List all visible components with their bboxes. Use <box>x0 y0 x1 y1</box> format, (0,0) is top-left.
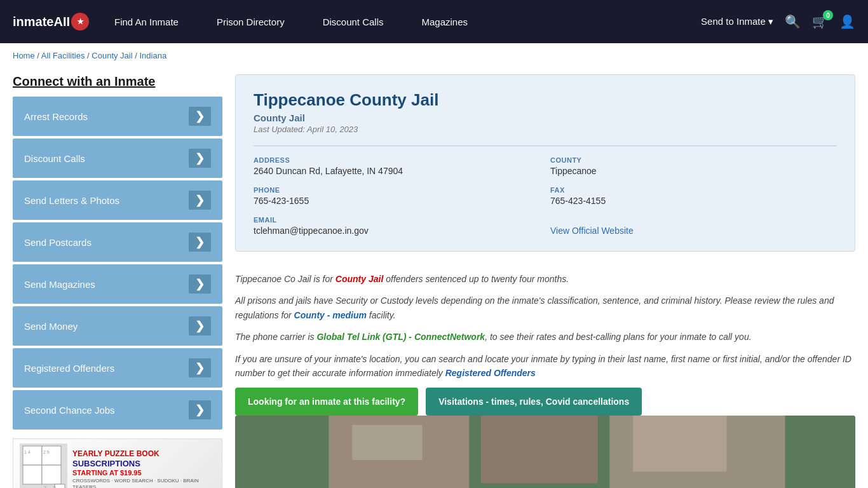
desc-county-jail-link[interactable]: County Jail <box>336 274 383 284</box>
county-label: COUNTY <box>550 156 837 164</box>
sidebar-item-second-chance-jobs[interactable]: Second Chance Jobs ❯ <box>13 390 222 430</box>
svg-text:1 4: 1 4 <box>24 450 31 454</box>
website-link[interactable]: View Official Website <box>550 226 634 236</box>
sidebar-item-discount-calls[interactable]: Discount Calls ❯ <box>13 139 222 178</box>
desc-para-3: The phone carrier is Global Tel Link (GT… <box>235 330 855 344</box>
description-section: Tippecanoe Co Jail is for County Jail of… <box>235 262 855 416</box>
email-value: tclehman@tippecanoe.in.gov <box>254 226 540 236</box>
sidebar-arrow-icon: ❯ <box>189 400 211 419</box>
phone-value: 765-423-1655 <box>254 196 540 206</box>
address-label: ADDRESS <box>254 156 540 164</box>
facility-image-inner <box>235 416 855 488</box>
sidebar-item-label: Send Money <box>24 321 78 332</box>
sidebar-arrow-icon: ❯ <box>189 191 211 210</box>
search-icon[interactable]: 🔍 <box>785 14 801 29</box>
main-container: Connect with an Inmate Arrest Records ❯ … <box>0 68 868 488</box>
website-cell: View Official Website <box>550 216 837 236</box>
ad-price: STARTING AT $19.95 <box>72 468 215 477</box>
desc-para-1: Tippecanoe Co Jail is for County Jail of… <box>235 272 855 286</box>
sidebar-item-label: Send Postcards <box>24 237 92 248</box>
email-label: EMAIL <box>254 216 540 224</box>
phone-label: PHONE <box>254 186 540 194</box>
ad-title: YEARLY PUZZLE BOOK <box>72 449 215 458</box>
sidebar-title: Connect with an Inmate <box>13 74 222 89</box>
sidebar-item-send-magazines[interactable]: Send Magazines ❯ <box>13 264 222 304</box>
desc-para-4: If you are unsure of your inmate's locat… <box>235 352 855 381</box>
svg-rect-0 <box>23 446 42 465</box>
logo-icon: ★ <box>71 13 89 30</box>
sidebar-item-label: Arrest Records <box>24 111 88 122</box>
county-value: Tippecanoe <box>550 166 837 176</box>
nav-magazines[interactable]: Magazines <box>403 0 487 43</box>
fax-cell: FAX 765-423-4155 <box>550 186 837 206</box>
svg-text:5: 5 <box>53 485 56 488</box>
svg-rect-15 <box>352 425 422 460</box>
fax-value: 765-423-4155 <box>550 196 837 206</box>
breadcrumb-state[interactable]: Indiana <box>139 51 166 60</box>
breadcrumb-county-jail[interactable]: County Jail <box>92 51 132 60</box>
svg-rect-11 <box>481 416 598 484</box>
svg-rect-16 <box>633 416 726 471</box>
fax-label: FAX <box>550 186 837 194</box>
site-header: inmate AII ★ Find An Inmate Prison Direc… <box>0 0 868 43</box>
nav-right: Send to Inmate ▾ 🔍 🛒 0 👤 <box>701 14 855 29</box>
user-icon[interactable]: 👤 <box>839 14 855 29</box>
visitations-button[interactable]: Visitations - times, rules, Covid cancel… <box>426 388 642 416</box>
svg-text:2: 2 <box>44 485 46 488</box>
email-cell: EMAIL tclehman@tippecanoe.in.gov <box>254 216 540 236</box>
sidebar-arrow-icon: ❯ <box>189 149 211 168</box>
sidebar-item-send-postcards[interactable]: Send Postcards ❯ <box>13 222 222 262</box>
desc-para-2: All prisons and jails have Security or C… <box>235 294 855 322</box>
find-inmate-button[interactable]: Looking for an inmate at this facility? <box>235 388 418 416</box>
desc-gtl-link[interactable]: Global Tel Link (GTL) - ConnectNetwork <box>316 332 485 342</box>
sidebar: Connect with an Inmate Arrest Records ❯ … <box>13 74 222 488</box>
sidebar-item-label: Discount Calls <box>24 153 85 164</box>
sidebar-item-send-money[interactable]: Send Money ❯ <box>13 306 222 346</box>
sidebar-item-send-letters[interactable]: Send Letters & Photos ❯ <box>13 180 222 220</box>
sidebar-item-label: Send Letters & Photos <box>24 195 119 206</box>
facility-type: County Jail <box>254 112 837 123</box>
sidebar-ad[interactable]: 1 4 2 9 5 2 YEARLY PUZZLE BOOK SUBSCRIPT… <box>13 438 222 488</box>
address-value: 2640 Duncan Rd, Lafayette, IN 47904 <box>254 166 540 176</box>
svg-rect-2 <box>23 465 42 484</box>
svg-text:2 9: 2 9 <box>43 450 50 454</box>
svg-rect-4 <box>55 484 65 488</box>
facility-card: Tippecanoe County Jail County Jail Last … <box>235 74 855 252</box>
facility-aerial-svg <box>235 416 855 488</box>
county-cell: COUNTY Tippecanoe <box>550 156 837 176</box>
nav-find-inmate[interactable]: Find An Inmate <box>95 0 198 43</box>
sidebar-item-label: Registered Offenders <box>24 363 114 374</box>
facility-info-grid: ADDRESS 2640 Duncan Rd, Lafayette, IN 47… <box>254 146 837 236</box>
sidebar-item-arrest-records[interactable]: Arrest Records ❯ <box>13 97 222 136</box>
desc-registered-offenders-link[interactable]: Registered Offenders <box>445 368 536 378</box>
svg-rect-1 <box>42 446 61 465</box>
sidebar-item-registered-offenders[interactable]: Registered Offenders ❯ <box>13 348 222 388</box>
logo-all-text: AII <box>53 15 70 29</box>
sidebar-arrow-icon: ❯ <box>189 274 211 294</box>
breadcrumb-home[interactable]: Home <box>13 51 35 60</box>
ad-subtitle: SUBSCRIPTIONS <box>72 459 215 469</box>
content-area: Tippecanoe County Jail County Jail Last … <box>235 74 855 488</box>
site-logo[interactable]: inmate AII ★ <box>13 13 89 30</box>
facility-image <box>235 416 855 488</box>
nav-prison-directory[interactable]: Prison Directory <box>198 0 304 43</box>
ad-types: CROSSWORDS · WORD SEARCH · SUDOKU · BRAI… <box>72 478 215 488</box>
sidebar-arrow-icon: ❯ <box>189 107 211 126</box>
action-buttons: Looking for an inmate at this facility? … <box>235 388 855 416</box>
phone-cell: PHONE 765-423-1655 <box>254 186 540 206</box>
address-cell: ADDRESS 2640 Duncan Rd, Lafayette, IN 47… <box>254 156 540 176</box>
sidebar-arrow-icon: ❯ <box>189 233 211 252</box>
sidebar-arrow-icon: ❯ <box>189 358 211 377</box>
nav-discount-calls[interactable]: Discount Calls <box>304 0 403 43</box>
send-to-inmate-button[interactable]: Send to Inmate ▾ <box>701 16 773 27</box>
svg-rect-3 <box>42 465 61 484</box>
desc-county-medium-link[interactable]: County - medium <box>294 310 367 320</box>
breadcrumb-all-facilities[interactable]: All Facilities <box>41 51 85 60</box>
breadcrumb: Home / All Facilities / County Jail / In… <box>0 43 868 68</box>
logo-inmate-text: inmate <box>13 15 53 29</box>
sidebar-arrow-icon: ❯ <box>189 316 211 336</box>
sidebar-item-label: Second Chance Jobs <box>24 405 115 416</box>
facility-last-updated: Last Updated: April 10, 2023 <box>254 125 837 134</box>
facility-name: Tippecanoe County Jail <box>254 90 837 110</box>
cart-icon[interactable]: 🛒 0 <box>812 14 828 29</box>
